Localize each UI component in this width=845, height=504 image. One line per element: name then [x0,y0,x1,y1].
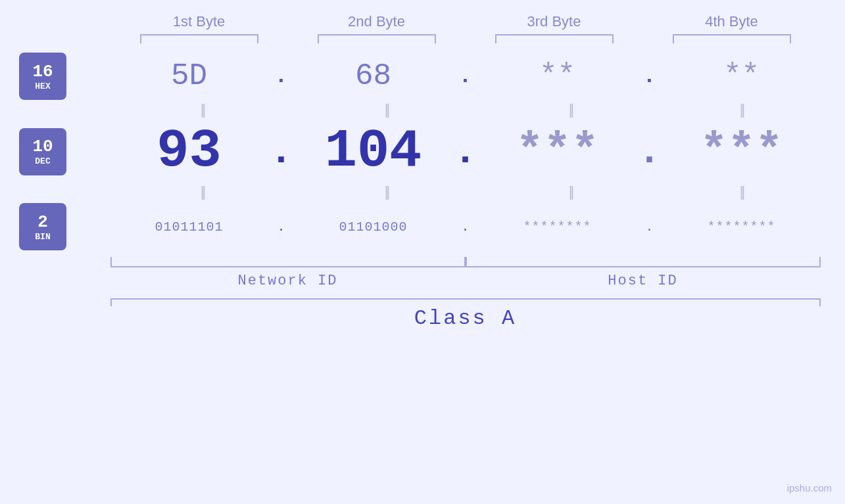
class-label-row: Class A [0,306,845,331]
hex-dot1: . [268,64,295,89]
bin-badge-number: 2 [37,212,48,232]
hex-dot2: . [452,64,479,89]
bottom-brackets-row [0,257,845,267]
dec-dot2: . [452,129,479,174]
hex-row: 16 HEX 5D . 68 . ** [0,53,845,100]
bin-dot3: . [637,219,663,235]
bin-byte3: ******** [479,219,637,235]
byte2-header: 2nd Byte [288,13,466,30]
class-bracket-row [0,298,845,300]
bin-byte2: 01101000 [295,219,452,235]
hex-byte4: ** [663,59,821,93]
hex-byte3: ** [479,59,637,93]
bin-dot1: . [268,219,295,235]
id-labels-row: Network ID Host ID [0,273,845,289]
watermark: ipshu.com [787,482,832,493]
bin-dot2: . [452,219,479,235]
eq2-b3: || [479,183,663,200]
hex-byte2: 68 [295,59,452,93]
class-bracket-line [110,298,821,300]
equals-row-1: || || || || [0,101,845,118]
dec-dot3: . [637,129,663,174]
dec-byte1: 93 [110,121,268,182]
bin-byte1: 01011101 [110,219,268,235]
hex-dot3: . [637,64,663,89]
hex-byte1: 5D [110,59,268,93]
dec-badge-number: 10 [32,137,53,156]
network-bracket [110,257,466,267]
bracket-byte4 [643,34,821,43]
network-id-label: Network ID [110,273,466,289]
dec-badge: 10 DEC [19,128,66,175]
eq1-b1: || [110,101,295,118]
dec-dot1: . [268,129,295,174]
hex-badge-number: 16 [32,62,53,81]
hex-badge: 16 HEX [19,53,66,100]
byte1-header: 1st Byte [110,13,288,30]
bracket-byte3 [466,34,643,43]
byte3-header: 3rd Byte [466,13,643,30]
bracket-byte2 [288,34,466,43]
class-label: Class A [414,306,516,331]
eq1-b4: || [663,101,821,118]
byte-headers-row: 1st Byte 2nd Byte 3rd Byte 4th Byte [0,0,845,30]
dec-byte4: *** [663,126,821,177]
bracket-byte1 [110,34,288,43]
bin-row: 2 BIN 01011101 . 01101000 . ******** [0,203,845,250]
eq1-b2: || [295,101,479,118]
dec-byte3: *** [479,126,637,177]
bin-badge: 2 BIN [19,203,66,250]
main-container: 1st Byte 2nd Byte 3rd Byte 4th Byte [0,0,845,504]
equals-row-2: || || || || [0,183,845,200]
hex-badge-label: HEX [35,81,50,91]
bin-badge-label: BIN [35,232,50,242]
eq1-b3: || [479,101,663,118]
eq2-b2: || [295,183,479,200]
eq2-b4: || [663,183,821,200]
dec-byte2: 104 [295,121,452,182]
dec-row: 10 DEC 93 . 104 . *** [0,121,845,182]
host-id-label: Host ID [466,273,821,289]
eq2-b1: || [110,183,295,200]
top-brackets-row [0,34,845,43]
byte4-header: 4th Byte [643,13,821,30]
bin-byte4: ******** [663,219,821,235]
dec-badge-label: DEC [35,156,50,166]
host-bracket [466,257,821,267]
